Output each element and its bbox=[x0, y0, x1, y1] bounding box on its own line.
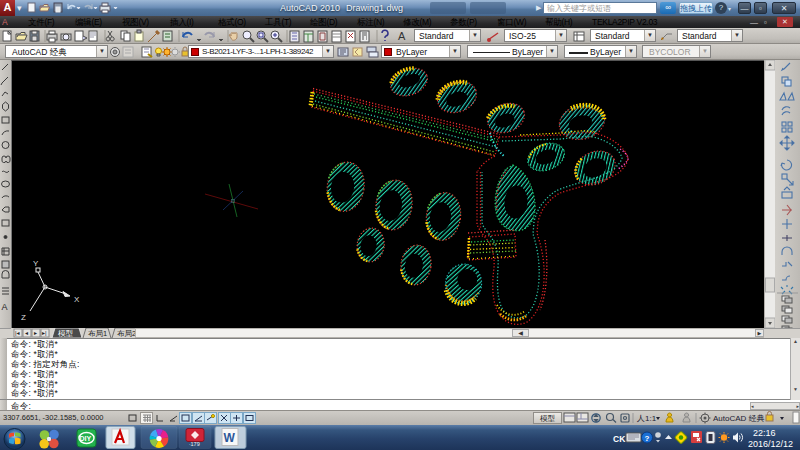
svg-text:人1:1: 人1:1 bbox=[636, 414, 657, 423]
svg-text:Z: Z bbox=[21, 313, 26, 322]
svg-text:∙179: ∙179 bbox=[189, 441, 200, 447]
svg-text:W: W bbox=[224, 431, 236, 445]
svg-text:X: X bbox=[74, 295, 80, 304]
svg-text:A: A bbox=[2, 302, 8, 312]
svg-text:?: ? bbox=[645, 434, 650, 443]
svg-text:CK: CK bbox=[613, 434, 626, 444]
svg-text:A: A bbox=[398, 30, 406, 42]
svg-text:AutoCAD 经典: AutoCAD 经典 bbox=[713, 414, 765, 423]
svg-text:Y: Y bbox=[33, 259, 39, 268]
svg-text:▸|: ▸| bbox=[42, 330, 47, 336]
svg-text:DIY: DIY bbox=[80, 435, 92, 442]
svg-text:|◂: |◂ bbox=[15, 330, 20, 336]
svg-text:布局2: 布局2 bbox=[117, 329, 135, 338]
svg-text:模型: 模型 bbox=[58, 329, 74, 338]
svg-text:布局1: 布局1 bbox=[88, 329, 107, 338]
svg-text:◂: ◂ bbox=[25, 330, 28, 336]
svg-text:▸: ▸ bbox=[34, 330, 37, 336]
